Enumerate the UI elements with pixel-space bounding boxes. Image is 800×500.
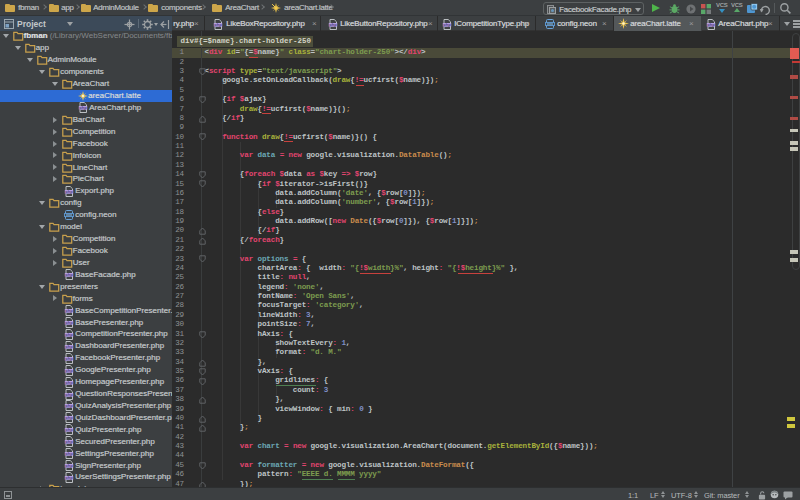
svg-text:php: php [65,439,73,444]
svg-text:php: php [65,392,73,397]
svg-text:php: php [329,22,337,27]
svg-text:php: php [65,356,73,361]
svg-text:php: php [707,22,715,27]
svg-text:php: php [65,368,73,373]
svg-text:php: php [65,463,73,468]
svg-text:php: php [65,189,73,194]
svg-text:php: php [65,272,73,277]
svg-text:php: php [214,22,222,27]
svg-text:php: php [65,320,73,325]
svg-text:php: php [65,427,73,432]
svg-text:php: php [65,332,73,337]
svg-text:php: php [65,475,73,480]
svg-text:php: php [65,451,73,456]
svg-text:php: php [65,404,73,409]
svg-text:php: php [65,415,73,420]
svg-text:php: php [79,106,87,111]
svg-text:php: php [65,344,73,349]
svg-text:php: php [65,308,73,313]
svg-text:php: php [65,380,73,385]
svg-text:php: php [443,22,451,27]
